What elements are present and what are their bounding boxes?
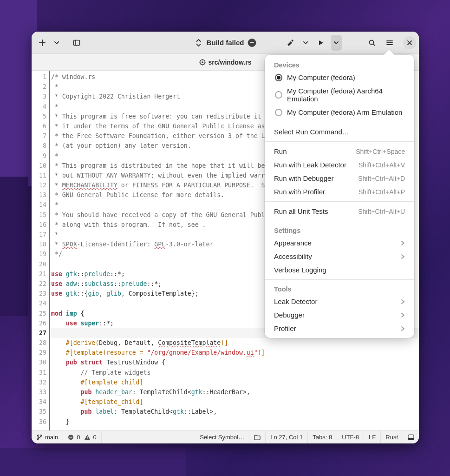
warning-count-icon	[84, 434, 91, 441]
build-status-label: Build failed	[207, 39, 244, 46]
error-count-icon	[68, 434, 74, 441]
shortcut-label: Shift+Ctrl+Alt+V	[359, 161, 405, 169]
build-menu-button[interactable]	[300, 35, 311, 51]
bottom-panel-icon	[408, 434, 414, 441]
diagnostics-cell[interactable]: 0 0	[63, 431, 101, 443]
tab-filename[interactable]: src/window.rs	[209, 59, 252, 66]
svg-rect-18	[408, 437, 414, 439]
settings-menu-item[interactable]: Appearance	[265, 236, 414, 250]
cursor-position[interactable]: Ln 27, Col 1	[266, 431, 308, 443]
svg-point-12	[37, 438, 39, 440]
settings-menu-item[interactable]: Verbose Logging	[265, 263, 414, 277]
toggle-sidebar-button[interactable]	[69, 35, 85, 51]
open-file-button[interactable]	[249, 431, 266, 443]
line-endings-selector[interactable]: LF	[364, 431, 381, 443]
tools-menu-item[interactable]: Debugger	[265, 308, 414, 322]
devices-header: Devices	[265, 59, 414, 71]
device-option[interactable]: My Computer (fedora) Arm Emulation	[265, 106, 414, 119]
folder-icon	[254, 434, 261, 441]
new-tab-button[interactable]	[34, 35, 50, 51]
symbol-selector[interactable]: Select Symbol…	[195, 431, 249, 443]
new-tab-menu-button[interactable]	[52, 35, 61, 51]
separator	[265, 221, 414, 221]
device-option[interactable]: My Computer (fedora) Aarch64 Emulation	[265, 84, 414, 106]
run-unit-tests-item[interactable]: Run all Unit Tests Shift+Ctrl+Alt+U	[265, 205, 414, 218]
run-menu-item[interactable]: Run with Leak DetectorShift+Ctrl+Alt+V	[265, 158, 414, 172]
settings-header: Settings	[265, 224, 414, 236]
device-label: My Computer (fedora)	[287, 73, 355, 81]
language-selector[interactable]: Rust	[381, 431, 403, 443]
statusbar: main 0 0 Select Symbol… Ln 27, Col 1 Tab…	[32, 430, 419, 443]
chevron-right-icon	[400, 240, 405, 246]
device-option[interactable]: My Computer (fedora)	[265, 71, 414, 84]
separator	[265, 141, 414, 142]
stop-build-icon[interactable]	[248, 39, 256, 47]
tools-header: Tools	[265, 283, 414, 295]
file-type-icon	[199, 59, 206, 66]
omnibar-stepper-icon	[195, 39, 203, 47]
run-menu-item[interactable]: Run with DebuggerShift+Ctrl+Alt+D	[265, 172, 414, 185]
svg-point-10	[37, 435, 39, 436]
select-run-command-item[interactable]: Select Run Command…	[265, 125, 414, 139]
chevron-right-icon	[400, 299, 405, 304]
branch-name: main	[45, 434, 58, 441]
device-label: My Computer (fedora) Aarch64 Emulation	[287, 87, 405, 103]
build-button[interactable]	[282, 35, 298, 51]
chevron-right-icon	[400, 312, 405, 318]
settings-menu-item[interactable]: Accessibility	[265, 250, 414, 263]
run-menu-item[interactable]: Run with ProfilerShift+Ctrl+Alt+P	[265, 185, 414, 198]
search-button[interactable]	[364, 35, 380, 51]
shortcut-label: Shift+Ctrl+Alt+U	[358, 208, 405, 215]
branch-icon	[36, 434, 43, 441]
run-menu-item[interactable]: RunShift+Ctrl+Space	[265, 145, 414, 158]
separator	[265, 279, 414, 280]
separator	[265, 122, 414, 122]
error-count: 0	[77, 434, 80, 441]
line-number-gutter: 1234567891011121314151617181920212223242…	[32, 71, 49, 430]
indentation-selector[interactable]: Tabs: 8	[308, 431, 337, 443]
statusbar-spacer	[102, 431, 195, 443]
radio-icon	[275, 91, 282, 99]
headerbar: Build failed	[32, 32, 419, 54]
device-label: My Computer (fedora) Arm Emulation	[287, 108, 402, 116]
encoding-selector[interactable]: UTF-8	[337, 431, 364, 443]
hamburger-menu-button[interactable]	[382, 35, 398, 51]
radio-icon	[275, 109, 282, 116]
shortcut-label: Shift+Ctrl+Space	[356, 148, 405, 155]
svg-rect-14	[70, 436, 72, 437]
svg-point-5	[202, 61, 203, 63]
close-button[interactable]	[403, 36, 416, 49]
run-menu-button[interactable]	[331, 35, 342, 51]
chevron-right-icon	[400, 326, 405, 331]
svg-rect-15	[87, 436, 88, 438]
run-menu-popover: Devices My Computer (fedora)My Computer …	[265, 55, 414, 338]
svg-rect-16	[87, 438, 88, 439]
run-button[interactable]	[313, 35, 329, 51]
tools-menu-item[interactable]: Profiler	[265, 322, 414, 335]
shortcut-label: Shift+Ctrl+Alt+P	[359, 188, 405, 196]
tools-menu-item[interactable]: Leak Detector	[265, 295, 414, 308]
warning-count: 0	[93, 434, 96, 441]
vcs-branch[interactable]: main	[32, 431, 63, 443]
separator	[265, 201, 414, 202]
svg-point-11	[40, 435, 41, 436]
toggle-bottom-panel-button[interactable]	[403, 431, 419, 443]
svg-line-3	[373, 44, 375, 46]
svg-rect-0	[74, 40, 80, 45]
shortcut-label: Shift+Ctrl+Alt+D	[358, 175, 405, 182]
radio-icon	[275, 74, 282, 81]
chevron-right-icon	[400, 254, 405, 259]
omnibar[interactable]: Build failed	[195, 39, 256, 47]
